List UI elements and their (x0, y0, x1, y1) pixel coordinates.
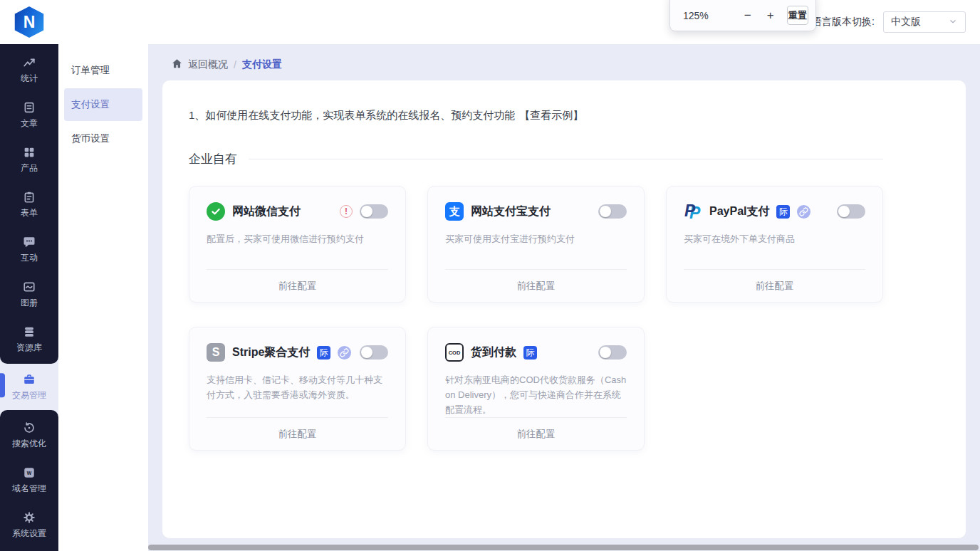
sidebar-item-library[interactable]: 资源库 (0, 317, 58, 362)
sidebar-item-articles[interactable]: 文章 (0, 93, 58, 137)
payment-card-stripe: S Stripe聚合支付 际 支持信用卡、借记卡、移动支付等几十种支付方式，入驻… (189, 327, 406, 451)
wechat-icon (207, 202, 225, 221)
app-logo[interactable]: N (13, 6, 46, 38)
sidebar-item-label: 图册 (21, 297, 38, 309)
products-icon (23, 146, 36, 159)
payment-card-paypal: PP PayPal支付 际 买家可在境外下单支付商品 前往配置 (666, 186, 883, 303)
link-badge-icon[interactable] (338, 346, 351, 360)
sidebar-item-settings[interactable]: 系统设置 (0, 503, 58, 547)
sidebar-item-label: 文章 (21, 117, 38, 130)
sidebar-item-label: 互动 (21, 252, 38, 264)
wechat-toggle[interactable] (360, 204, 388, 219)
card-controls (360, 345, 388, 360)
sidebar-item-label: 域名管理 (12, 483, 46, 495)
zoom-in-button[interactable]: + (764, 8, 777, 23)
configure-button[interactable]: 前往配置 (207, 270, 388, 302)
cod-icon: COD (445, 343, 464, 362)
breadcrumb-current: 支付设置 (242, 58, 282, 71)
intro-text: 1、如何使用在线支付功能，实现表单系统的在线报名、预约支付功能【查看示例】 (189, 109, 939, 122)
database-icon (23, 325, 36, 338)
submenu-item-currency[interactable]: 货币设置 (64, 122, 142, 155)
alipay-icon: 支 (445, 202, 464, 221)
card-controls (837, 204, 865, 219)
configure-button[interactable]: 前往配置 (445, 418, 627, 450)
svg-text:w: w (26, 470, 32, 476)
app-shell: 统计 文章 产品 表单 (0, 44, 980, 551)
domain-w-icon: w (23, 466, 36, 479)
payment-card-cod: COD 货到付款 际 针对东南亚电商的COD代收货款服务（Cash on Del… (427, 327, 645, 451)
sidebar-item-interaction[interactable]: 互动 (0, 227, 58, 272)
section-header: 企业自有 (189, 151, 883, 167)
sidebar-item-label: 资源库 (16, 342, 42, 354)
top-bar: N 语言版本切换: 中文版 (0, 0, 980, 44)
stats-icon (23, 56, 36, 69)
sidebar-item-label: 产品 (21, 162, 38, 174)
active-indicator (0, 373, 5, 397)
gear-icon (23, 511, 36, 524)
briefcase-icon (23, 373, 36, 386)
submenu-item-label: 支付设置 (71, 98, 110, 111)
chat-bubble-icon (23, 236, 36, 248)
breadcrumb-home-label: 返回概况 (188, 58, 228, 71)
zoom-reset-button[interactable]: 重置 (787, 6, 808, 25)
international-badge: 际 (523, 346, 537, 360)
submenu-item-payment-settings[interactable]: 支付设置 (64, 88, 142, 121)
card-header: 支 网站支付宝支付 (445, 202, 627, 221)
card-description: 买家可使用支付宝进行预约支付 (445, 231, 627, 246)
paypal-toggle[interactable] (837, 204, 865, 219)
zoom-level: 125% (683, 10, 709, 21)
zoom-out-button[interactable]: − (741, 8, 754, 23)
sidebar-item-stats[interactable]: 统计 (0, 48, 58, 93)
sidebar-item-seo[interactable]: 搜索优化 (0, 413, 58, 458)
sidebar-item-label: 交易管理 (12, 389, 46, 402)
content-card: 1、如何使用在线支付功能，实现表单系统的在线报名、预约支付功能【查看示例】 企业… (162, 80, 966, 538)
gallery-icon (23, 280, 36, 293)
configure-button[interactable]: 前往配置 (445, 270, 627, 302)
secondary-sidebar: 订单管理 支付设置 货币设置 (58, 44, 148, 551)
international-badge: 际 (317, 346, 330, 360)
sidebar-item-forms[interactable]: 表单 (0, 182, 58, 227)
configure-button[interactable]: 前往配置 (684, 270, 865, 302)
card-controls (598, 345, 627, 360)
language-select[interactable]: 中文版 (883, 11, 966, 33)
breadcrumb: 返回概况 / 支付设置 (171, 57, 966, 73)
link-badge-icon[interactable] (797, 205, 810, 219)
alipay-toggle[interactable] (598, 204, 627, 219)
paypal-icon: PP (684, 202, 702, 221)
view-example-link[interactable]: 【查看示例】 (519, 109, 583, 121)
language-selected-value: 中文版 (891, 16, 921, 28)
home-icon (171, 58, 183, 72)
section-title: 企业自有 (189, 151, 237, 167)
sidebar-item-trade-active[interactable]: 交易管理 (0, 364, 58, 410)
card-title: PayPal支付 (709, 204, 769, 219)
payment-card-alipay: 支 网站支付宝支付 买家可使用支付宝进行预约支付 前往配置 (427, 186, 645, 303)
card-header: PP PayPal支付 际 (684, 202, 865, 221)
card-controls (598, 204, 627, 219)
card-description: 支持信用卡、借记卡、移动支付等几十种支付方式，入驻需要香港或海外资质。 (207, 372, 388, 402)
browser-zoom-popup: 125% − + 重置 (669, 0, 816, 31)
sidebar-item-label: 搜索优化 (12, 438, 46, 450)
card-controls: ! (340, 204, 388, 219)
cod-toggle[interactable] (598, 345, 627, 360)
international-badge: 际 (776, 205, 790, 219)
sidebar-top-block: 统计 文章 产品 表单 (0, 44, 58, 364)
warning-icon[interactable]: ! (340, 205, 353, 218)
card-header: S Stripe聚合支付 际 (207, 343, 388, 362)
submenu-item-label: 订单管理 (71, 64, 110, 77)
sidebar-item-products[interactable]: 产品 (0, 137, 58, 182)
card-header: COD 货到付款 际 (445, 343, 627, 362)
article-icon (23, 101, 36, 114)
card-description: 针对东南亚电商的COD代收货款服务（Cash on Delivery），您可与快… (445, 372, 627, 417)
sidebar-item-gallery[interactable]: 图册 (0, 272, 58, 317)
sidebar-item-domain[interactable]: w 域名管理 (0, 458, 58, 503)
card-title: Stripe聚合支付 (232, 345, 310, 360)
breadcrumb-home-link[interactable]: 返回概况 (171, 58, 228, 72)
configure-button[interactable]: 前往配置 (207, 418, 388, 450)
payment-cards-grid: 网站微信支付 ! 配置后，买家可使用微信进行预约支付 前往配置 支 网站支付宝支 (189, 186, 939, 451)
horizontal-scrollbar[interactable] (148, 545, 979, 550)
breadcrumb-separator: / (234, 59, 236, 70)
card-description: 买家可在境外下单支付商品 (684, 231, 865, 246)
forms-icon (23, 191, 36, 204)
stripe-toggle[interactable] (360, 345, 388, 360)
submenu-item-orders[interactable]: 订单管理 (64, 54, 142, 87)
